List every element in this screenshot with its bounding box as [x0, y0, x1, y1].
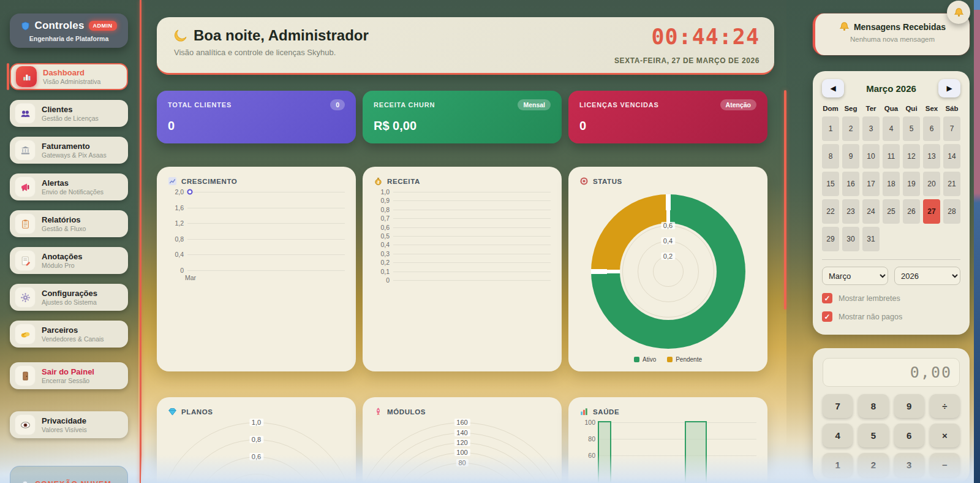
year-select[interactable]: 2026: [894, 267, 960, 285]
calendar-day[interactable]: 9: [842, 144, 859, 169]
sidebar-item-dashboard[interactable]: DashboardVisão Administrativa: [10, 63, 128, 90]
calc-key-2[interactable]: 2: [858, 453, 888, 477]
sidebar-item-relatorios[interactable]: RelatóriosGestão & Fluxo: [10, 210, 128, 237]
calendar-day[interactable]: 17: [862, 172, 880, 196]
sidebar-item-subtitle: Ajustes do Sistema: [42, 299, 97, 306]
calendar-day[interactable]: 31: [862, 227, 880, 251]
moneybag-icon: [374, 177, 383, 186]
calendar-day[interactable]: 29: [822, 227, 839, 251]
door-icon: [15, 365, 36, 386]
calendar-day[interactable]: 28: [943, 199, 960, 224]
saude-bar: [598, 421, 611, 483]
sidebar-item-parceiros[interactable]: ParceirosVendedores & Canais: [10, 321, 128, 348]
calc-key-8[interactable]: 8: [858, 394, 888, 418]
main-scroll-accent: [784, 90, 786, 310]
bars-icon: [579, 407, 589, 416]
sidebar-item-clientes[interactable]: ClientesGestão de Licenças: [10, 100, 128, 127]
calendar-day[interactable]: 23: [842, 199, 859, 224]
radial-tick-label: 0,6: [661, 222, 675, 229]
sidebar-item-sair-do-painel[interactable]: Sair do PainelEncerrar Sessão: [10, 362, 128, 389]
calc-key-1[interactable]: 1: [823, 453, 853, 477]
calendar-day[interactable]: 4: [883, 116, 900, 141]
calc-key-6[interactable]: 6: [894, 424, 924, 447]
axis-tick-label: 0,4: [374, 241, 390, 248]
axis-tick-label: 100: [579, 419, 595, 426]
sidebar-item-anotacoes[interactable]: AnotaçõesMódulo Pro: [10, 247, 128, 274]
greeting-header-card: Boa noite, Administrador Visão analítica…: [157, 17, 774, 75]
gridline: [187, 223, 345, 224]
calendar-day[interactable]: 21: [943, 172, 960, 196]
calendar-day[interactable]: 19: [903, 172, 920, 196]
clipboard-icon: [15, 213, 36, 234]
calendar-day[interactable]: 30: [842, 227, 859, 251]
stat-label: TOTAL CLIENTES: [168, 101, 232, 108]
stat-card-licencas-vencidas: LICENÇAS VENCIDASAtenção0: [568, 91, 767, 143]
calendar-day[interactable]: 25: [883, 199, 900, 224]
radial-gridline: [653, 256, 684, 287]
calendar-day[interactable]: 8: [822, 144, 839, 169]
calendar-day-header: Dom: [822, 105, 839, 112]
checkbox-mostrar-lembretes[interactable]: ✓Mostrar lembretes: [822, 293, 960, 303]
calc-key-4[interactable]: 4: [823, 424, 853, 447]
month-select[interactable]: Março: [822, 267, 888, 285]
axis-tick-label: 0,9: [374, 197, 390, 204]
calc-key-9[interactable]: 9: [894, 394, 924, 418]
radial-tick-label: 1,0: [249, 419, 263, 426]
notifications-button[interactable]: [947, 1, 970, 24]
calc-key-×[interactable]: ×: [930, 424, 960, 447]
chart-title: PLANOS: [181, 408, 213, 416]
calendar-day[interactable]: 20: [923, 172, 940, 196]
gridline: [393, 192, 551, 192]
calendar-day-selected[interactable]: 27: [923, 199, 940, 224]
calendar-day[interactable]: 22: [822, 199, 839, 224]
calendar-day[interactable]: 18: [883, 172, 900, 196]
rocket-icon: [374, 407, 383, 416]
calendar-day-header: Qui: [903, 105, 920, 112]
chart-title: SAÚDE: [593, 408, 619, 416]
calendar-day[interactable]: 26: [903, 199, 920, 224]
gridline: [393, 218, 551, 219]
calendar-day[interactable]: 16: [842, 172, 859, 196]
calendar-prev-button[interactable]: ◀: [822, 79, 844, 97]
page-scrollbar[interactable]: [974, 0, 980, 483]
calendar-day[interactable]: 12: [903, 144, 920, 169]
radial-tick-label: 160: [454, 419, 470, 426]
calendar-day[interactable]: 1: [822, 116, 839, 141]
calc-key-3[interactable]: 3: [894, 453, 924, 477]
calendar-day[interactable]: 14: [943, 144, 960, 169]
calendar-day[interactable]: 3: [862, 116, 880, 141]
chart-card-planos: PLANOS 1,00,80,6: [157, 397, 356, 483]
calendar-day[interactable]: 13: [923, 144, 940, 169]
calendar-day[interactable]: 10: [862, 144, 880, 169]
sidebar-item-alertas[interactable]: AlertasEnvio de Notificações: [10, 173, 128, 200]
left-sidebar: Controles ADMIN Engenharia de Plataforma…: [10, 13, 128, 448]
calendar-day[interactable]: 6: [923, 116, 940, 141]
planos-radar-chart: 1,00,80,6: [168, 419, 345, 483]
calc-key-÷[interactable]: ÷: [930, 394, 960, 418]
gridline: [393, 272, 551, 272]
calendar-day[interactable]: 24: [862, 199, 880, 224]
calendar-day[interactable]: 7: [943, 116, 960, 141]
chart-card-crescimento: CRESCIMENTO 2,01,61,20,80,40Mar: [157, 167, 356, 371]
calc-key-−[interactable]: −: [930, 453, 960, 477]
calendar-day[interactable]: 15: [822, 172, 839, 196]
calendar-day[interactable]: 5: [903, 116, 920, 141]
eye-icon: [15, 414, 36, 435]
checkbox-mostrar-nao-pagos[interactable]: ✓Mostrar não pagos: [822, 311, 960, 322]
calc-key-7[interactable]: 7: [823, 394, 853, 418]
calendar-next-button[interactable]: ▶: [938, 79, 960, 97]
sidebar-item-privacidade[interactable]: PrivacidadeValores Visíveis: [10, 411, 128, 438]
calendar-day[interactable]: 11: [883, 144, 900, 169]
sidebar-item-faturamento[interactable]: FaturamentoGateways & Pix Asaas: [10, 137, 128, 164]
radial-tick-label: 0,8: [249, 436, 263, 443]
messages-title: Mensagens Recebidas: [854, 22, 946, 32]
crescimento-plot: 2,01,61,20,80,40Mar: [168, 192, 345, 270]
calc-key-5[interactable]: 5: [858, 424, 888, 447]
calendar-day[interactable]: 2: [842, 116, 859, 141]
gridline: [599, 422, 756, 423]
calendar-day-headers: DomSegTerQuaQuiSexSáb: [822, 105, 960, 112]
saude-bar: [685, 421, 707, 483]
sidebar-item-title: Privacidade: [42, 416, 87, 426]
calendar-day-header: Sáb: [943, 105, 960, 112]
sidebar-item-configuracoes[interactable]: ConfiguraçõesAjustes do Sistema: [10, 284, 128, 311]
